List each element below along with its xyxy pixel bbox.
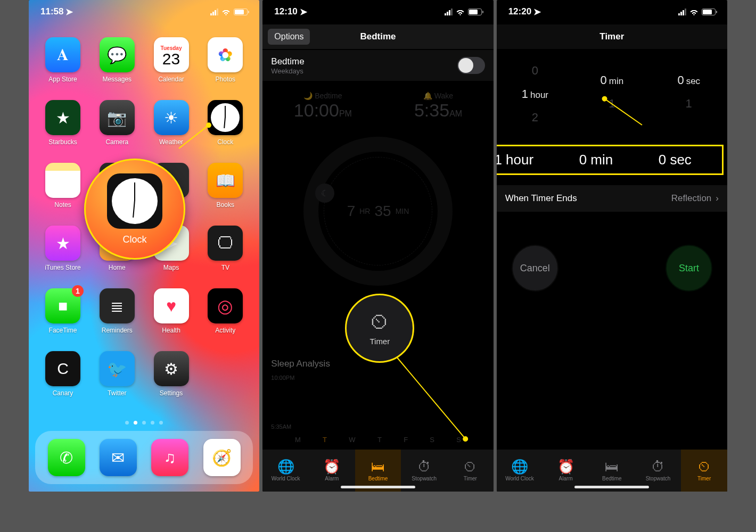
battery-icon [468,9,482,15]
app-label: App Store [48,76,77,83]
picker-secs[interactable]: 0sec 1 [651,64,727,124]
reminders-icon[interactable]: ≣ [100,288,135,323]
sleep-ring[interactable]: ☾ 7HR 35MIN [303,137,453,286]
app-facetime[interactable]: ■1FaceTime [40,288,85,334]
tab-worldclock[interactable]: 🌐World Clock [262,450,309,492]
timer-icon: ⏲ [463,460,477,473]
tab-label: World Clock [505,476,534,481]
app-label: Calendar [158,76,184,83]
status-bar: 12:10➤ [262,0,493,23]
weather-icon[interactable]: ☀ [154,100,189,135]
books-icon[interactable]: 📖 [208,163,243,198]
dock-mail-icon[interactable]: ✉ [100,439,137,476]
starbucks-icon[interactable]: ★ [45,100,80,135]
weekday: W [349,436,355,444]
bedtime-time: 10:00 [294,100,339,120]
weekday: S [456,436,461,444]
canary-icon[interactable]: C [45,351,80,386]
weekday: S [430,436,434,444]
app-photos[interactable]: ✿Photos [203,37,248,83]
dock-phone-icon[interactable]: ✆ [48,439,85,476]
calendar-icon[interactable]: Tuesday23 [154,37,189,72]
sleep-analysis-bottom: 5:35AM [271,423,291,430]
app-label: TV [221,264,229,271]
callout-label: Timer [369,337,390,346]
location-icon: ➤ [65,6,73,18]
home-indicator[interactable] [574,486,649,488]
app-twitter[interactable]: 🐦Twitter [95,351,139,397]
messages-icon[interactable]: 💬 [100,37,135,72]
app-calendar[interactable]: Tuesday23Calendar [149,37,194,83]
tab-label: World Clock [272,476,300,481]
page-dots[interactable] [29,421,259,425]
app-label: Health [162,327,180,334]
photos-icon[interactable]: ✿ [208,37,243,72]
bedtime-switch[interactable] [457,57,485,74]
app-reminders[interactable]: ≣Reminders [95,288,139,334]
nav-bar: Options Bedtime [262,24,493,49]
bedtime-label: Bedtime [271,56,304,67]
page-title: Timer [599,31,624,42]
weekday-row: MTWTFSS [262,436,493,444]
app-activity[interactable]: ◎Activity [203,288,248,334]
app-notes[interactable]: Notes [40,163,85,209]
settings-icon[interactable]: ⚙ [154,351,189,386]
app-canary[interactable]: CCanary [40,351,85,397]
timer-icon[interactable]: ⏲ [369,311,390,334]
app-label: Clock [217,138,233,146]
status-time: 12:10 [274,6,297,17]
tab-label: Stopwatch [646,476,671,481]
ends-label: When Timer Ends [505,193,577,204]
notes-icon[interactable] [45,163,80,198]
ends-value: Reflection [671,193,712,204]
app-health[interactable]: ♥Health [149,288,194,334]
dock-music-icon[interactable]: ♫ [151,439,188,476]
timer-icon: ⏲ [697,460,711,473]
three-phone-walkthrough: 11:58➤ 𝐀App Store💬MessagesTuesday23Calen… [29,0,727,492]
callout-duration: 1 hour 0 min 0 sec [497,145,724,175]
app-weather[interactable]: ☀Weather [149,100,194,146]
activity-icon[interactable]: ◎ [208,288,243,323]
app-messages[interactable]: 💬Messages [95,37,139,83]
start-button[interactable]: Start [665,245,712,292]
app-books[interactable]: 📖Books [203,163,248,209]
clock-icon[interactable] [208,100,243,135]
tab-timer[interactable]: ⏲Timer [681,450,727,492]
wifi-icon [689,9,699,15]
moon-handle-icon[interactable]: ☾ [315,184,334,203]
clock-app-icon[interactable] [107,173,162,229]
bedtime-ampm: PM [339,109,352,118]
phone-home-screen: 11:58➤ 𝐀App Store💬MessagesTuesday23Calen… [29,0,259,492]
tv-icon[interactable]: 🖵 [208,226,243,261]
dock-safari-icon[interactable]: 🧭 [203,439,241,476]
tab-bar: 🌐World Clock⏰Alarm🛏Bedtime⏱Stopwatch⏲Tim… [497,449,727,492]
when-timer-ends-row[interactable]: When Timer Ends Reflection› [497,185,727,212]
options-button[interactable]: Options [268,29,310,45]
duration-mins: 35 [374,203,391,220]
cancel-button[interactable]: Cancel [512,245,558,292]
health-icon[interactable]: ♥ [154,288,189,323]
appstore-icon[interactable]: 𝐀 [45,37,80,72]
app-tv[interactable]: 🖵TV [203,226,248,271]
sleep-analysis-label: Sleep Analysis [271,359,330,369]
picker-hours[interactable]: 0 1hour 2 [497,64,573,124]
duration-picker[interactable]: 0 1hour 2 0min 1 0sec 1 [497,64,727,124]
status-bar: 12:20➤ [497,0,727,23]
home-indicator[interactable] [341,486,415,488]
app-settings[interactable]: ⚙Settings [149,351,194,397]
wake-ampm: AM [449,109,462,118]
bedtime-toggle-row[interactable]: Bedtime Weekdays [262,50,493,81]
tab-timer[interactable]: ⏲Timer [447,450,494,492]
app-camera[interactable]: 📷Camera [95,100,139,146]
twitter-icon[interactable]: 🐦 [100,351,135,386]
itunes-icon[interactable]: ★ [45,226,80,261]
tab-worldclock[interactable]: 🌐World Clock [497,450,543,492]
facetime-icon[interactable]: ■1 [45,288,80,323]
app-appstore[interactable]: 𝐀App Store [40,37,85,83]
app-itunes[interactable]: ★iTunes Store [40,226,85,271]
stopwatch-icon: ⏱ [417,460,431,473]
picker-mins[interactable]: 0min 1 [574,64,650,124]
app-label: Photos [216,76,235,83]
camera-icon[interactable]: 📷 [100,100,135,135]
app-starbucks[interactable]: ★Starbucks [40,100,85,146]
